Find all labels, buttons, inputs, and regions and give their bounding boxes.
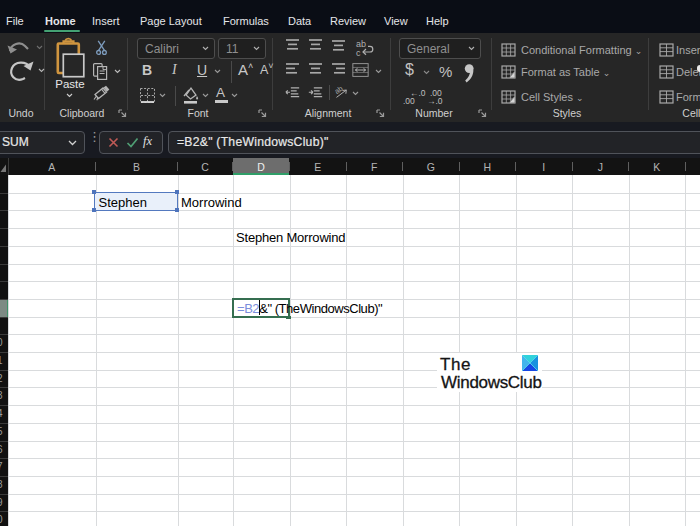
svg-text:c: c [356,48,361,57]
svg-text:→.0: →.0 [427,96,443,105]
svg-text:.00: .00 [403,96,415,105]
